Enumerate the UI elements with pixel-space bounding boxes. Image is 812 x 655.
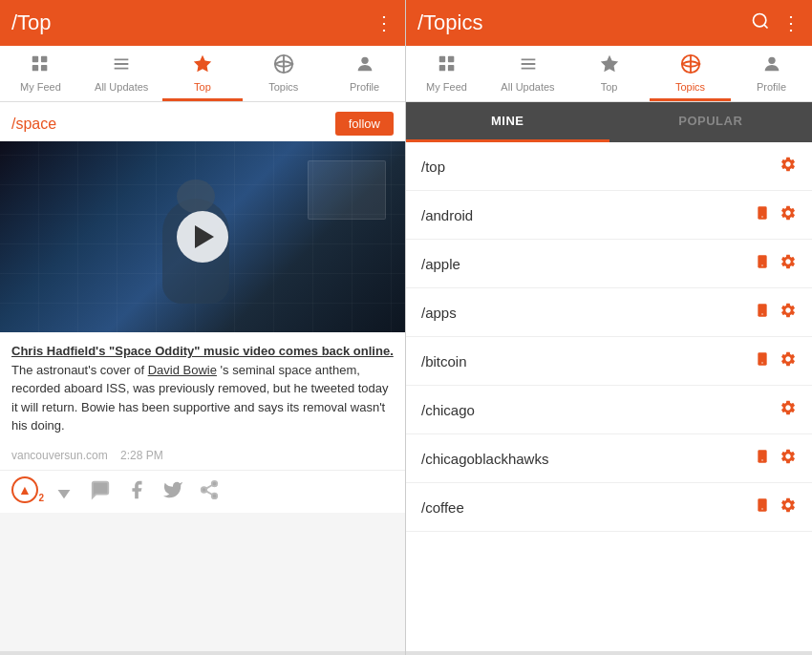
svg-point-7 <box>212 480 218 486</box>
settings-icon-apps[interactable] <box>780 302 797 323</box>
topic-name-bitcoin[interactable]: /bitcoin <box>421 353 755 370</box>
sub-tab-mine[interactable]: MINE <box>406 102 609 142</box>
topic-icons-apple <box>755 253 797 274</box>
topic-name-android[interactable]: /android <box>421 207 755 223</box>
upvote-circle: ▲ 2 <box>11 476 38 503</box>
post-actions: ▲ 2 <box>0 470 405 513</box>
right-tab-top[interactable]: Top <box>568 46 650 101</box>
phone-icon-apps[interactable] <box>755 302 770 323</box>
share-button[interactable] <box>199 479 220 500</box>
settings-icon-chicago[interactable] <box>780 399 797 420</box>
settings-icon-android[interactable] <box>780 204 797 225</box>
topic-icons-coffee <box>755 497 797 518</box>
left-tab-profile-label: Profile <box>350 81 379 93</box>
svg-rect-3 <box>41 65 47 71</box>
svg-line-10 <box>206 491 212 495</box>
topic-item-apple: /apple <box>406 240 812 288</box>
left-tab-topics[interactable]: Topics <box>243 46 324 101</box>
settings-icon-top[interactable] <box>780 156 797 177</box>
svg-point-8 <box>202 487 207 493</box>
updates-icon <box>111 53 132 79</box>
right-bottom-bar <box>406 651 812 655</box>
follow-button[interactable]: follow <box>335 112 394 136</box>
right-updates-icon <box>518 53 539 79</box>
right-tab-allupdates[interactable]: All Updates <box>487 46 568 101</box>
topics-icon <box>273 53 294 79</box>
topic-item-chicago: /chicago <box>406 386 812 434</box>
comment-button[interactable] <box>90 479 111 500</box>
topic-name-top[interactable]: /top <box>421 158 780 175</box>
topic-name-apple[interactable]: /apple <box>421 256 755 272</box>
phone-icon-apple[interactable] <box>755 253 770 274</box>
settings-icon-coffee[interactable] <box>780 497 797 518</box>
post-source: vancouversun.com <box>11 449 108 462</box>
post-text: Chris Hadfield's "Space Oddity" music vi… <box>0 332 405 445</box>
left-header: /Top ⋮ <box>0 0 405 46</box>
topic-icons-top <box>780 156 797 177</box>
svg-point-20 <box>768 57 775 64</box>
upvote-button[interactable]: ▲ 2 <box>11 476 38 503</box>
topic-icons-chicago <box>780 399 797 420</box>
right-tab-profile[interactable]: Profile <box>731 46 812 101</box>
phone-icon-chicagoblackhawks[interactable] <box>755 448 770 469</box>
post-topic[interactable]: /space <box>11 116 56 133</box>
svg-rect-31 <box>758 498 766 511</box>
play-triangle-icon <box>195 225 214 248</box>
sub-tabs: MINE POPULAR <box>406 102 812 142</box>
settings-icon-bitcoin[interactable] <box>780 350 797 371</box>
topic-item-coffee: /coffee <box>406 483 812 532</box>
topic-name-chicagoblackhawks[interactable]: /chicagoblackhawks <box>421 451 755 467</box>
svg-line-11 <box>206 484 212 488</box>
post-body-1: The astronaut's cover of <box>11 363 148 377</box>
left-menu-icon[interactable]: ⋮ <box>374 11 394 34</box>
post-title-link[interactable]: Chris Hadfield's "Space Oddity" music vi… <box>11 344 394 358</box>
right-header: /Topics ⋮ <box>406 0 812 46</box>
right-tab-myfeed[interactable]: My Feed <box>406 46 487 101</box>
phone-icon-bitcoin[interactable] <box>755 350 770 371</box>
left-header-icons: ⋮ <box>374 11 394 34</box>
video-thumbnail[interactable] <box>0 141 405 332</box>
topic-item-chicagoblackhawks: /chicagoblackhawks <box>406 434 812 483</box>
facebook-share-button[interactable] <box>126 479 147 500</box>
right-menu-icon[interactable]: ⋮ <box>781 11 801 34</box>
left-tab-profile[interactable]: Profile <box>324 46 405 101</box>
svg-rect-1 <box>32 65 38 71</box>
right-tab-topics-label: Topics <box>675 81 705 93</box>
topic-name-chicago[interactable]: /chicago <box>421 402 780 418</box>
downvote-button[interactable] <box>53 479 75 500</box>
svg-rect-0 <box>32 56 38 62</box>
topic-icons-apps <box>755 302 797 323</box>
topic-name-coffee[interactable]: /coffee <box>421 499 755 516</box>
left-tab-myfeed-label: My Feed <box>20 81 61 93</box>
sub-tab-popular[interactable]: POPULAR <box>609 102 813 142</box>
settings-icon-chicagoblackhawks[interactable] <box>780 448 797 469</box>
svg-rect-2 <box>41 56 47 62</box>
left-tab-top-label: Top <box>194 81 211 93</box>
phone-icon-android[interactable] <box>755 204 770 225</box>
search-icon[interactable] <box>751 11 770 35</box>
topic-icons-android <box>755 204 797 225</box>
topic-item-bitcoin: /bitcoin <box>406 337 812 386</box>
right-profile-icon <box>761 53 782 79</box>
right-panel: /Topics ⋮ My Feed All Updates Top <box>406 0 812 655</box>
right-tab-topics[interactable]: Topics <box>650 46 731 101</box>
feed-icon <box>30 53 51 79</box>
phone-icon-coffee[interactable] <box>755 497 770 518</box>
left-tab-top[interactable]: Top <box>162 46 244 101</box>
post-time: 2:28 PM <box>120 449 163 462</box>
left-tab-topics-label: Topics <box>268 81 298 93</box>
play-button[interactable] <box>177 211 228 263</box>
david-bowie-link[interactable]: David Bowie <box>148 363 217 377</box>
right-topics-icon <box>680 53 701 79</box>
right-nav-tabs: My Feed All Updates Top Topics Profile <box>406 46 812 102</box>
left-tab-allupdates[interactable]: All Updates <box>81 46 162 101</box>
svg-rect-16 <box>447 56 453 62</box>
topic-icons-chicagoblackhawks <box>755 448 797 469</box>
left-tab-allupdates-label: All Updates <box>95 81 148 93</box>
left-tab-myfeed[interactable]: My Feed <box>0 46 81 101</box>
settings-icon-apple[interactable] <box>780 253 797 274</box>
topic-name-apps[interactable]: /apps <box>421 305 755 321</box>
svg-point-12 <box>754 13 766 26</box>
twitter-share-button[interactable] <box>162 479 183 500</box>
right-feed-icon <box>437 53 458 79</box>
